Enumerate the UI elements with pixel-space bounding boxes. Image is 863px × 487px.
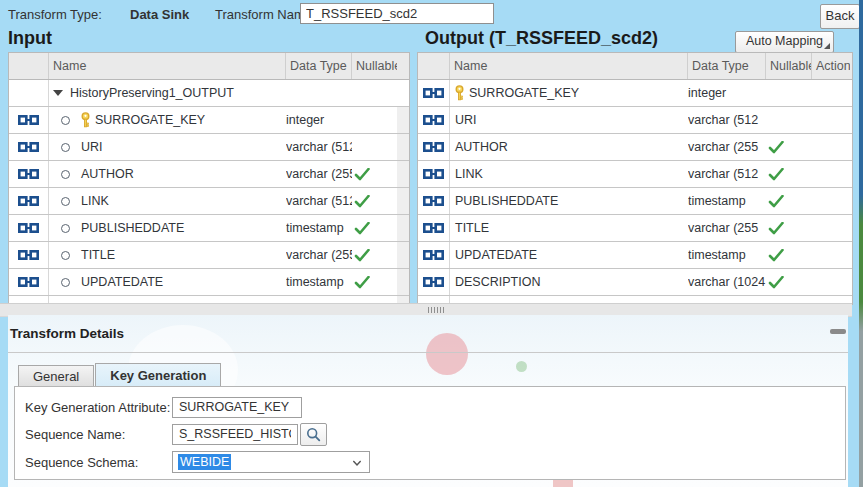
column-header-nullable: Nullable: [352, 53, 397, 79]
input-table-header: NameData TypeNullable: [9, 53, 409, 80]
nullable-cell: [766, 161, 812, 187]
sequence-search-button[interactable]: [300, 423, 327, 446]
table-row[interactable]: AUTHORvarchar (255: [9, 161, 409, 188]
transform-editor-window: Transform Type: Data Sink Transform Name…: [0, 0, 863, 487]
column-header-blank: [418, 53, 450, 79]
table-row[interactable]: SURROGATE_KEYinteger: [9, 107, 409, 134]
check-icon: [768, 222, 784, 235]
table-row[interactable]: UPDATEDATEtimestamp: [9, 269, 409, 296]
data-type-cell: varchar (512: [688, 161, 766, 187]
decorative-circle: [426, 333, 468, 375]
mapping-icon: [423, 195, 444, 207]
table-row[interactable]: SURROGATE_KEYinteger: [418, 80, 852, 107]
mapping-icon: [18, 195, 39, 207]
column-header-nullable: Nullable: [766, 53, 812, 79]
sequence-name-label: Sequence Name:: [25, 427, 172, 442]
mapping-cell: [9, 161, 49, 187]
splitter-grip-icon: [428, 307, 444, 313]
mapping-icon: [18, 141, 39, 153]
table-row[interactable]: TITLEvarchar (255: [418, 215, 852, 242]
mapping-cell: [9, 242, 49, 268]
actions-cell: [812, 134, 852, 160]
mapping-icon: [18, 276, 39, 288]
table-row[interactable]: URIvarchar (512: [418, 107, 852, 134]
check-icon: [768, 276, 784, 289]
attribute-icon: [61, 197, 70, 206]
data-type-cell: varchar (512: [688, 107, 766, 133]
column-header-data-type: Data Type: [688, 53, 766, 79]
actions-cell: [397, 107, 409, 133]
group-row[interactable]: HistoryPreserving1_OUTPUT: [9, 80, 409, 107]
nullable-cell: [766, 188, 812, 214]
table-row[interactable]: PUBLISHEDDATEtimestamp: [9, 215, 409, 242]
column-name-cell: PUBLISHEDDATE: [450, 188, 688, 214]
table-row[interactable]: DESCRIPTIONvarchar (1024: [418, 269, 852, 296]
check-icon: [768, 168, 784, 181]
mapping-cell: [418, 80, 450, 106]
actions-cell: [812, 269, 852, 295]
attribute-icon: [61, 170, 70, 179]
attribute-name: URI: [81, 140, 103, 154]
output-table[interactable]: NameData TypeNullableActions SURROGATE_K…: [417, 52, 853, 305]
actions-cell: [397, 215, 409, 241]
back-button[interactable]: Back: [820, 4, 860, 29]
top-bar: Transform Type: Data Sink Transform Name…: [0, 0, 863, 28]
table-row[interactable]: URIvarchar (512: [9, 134, 409, 161]
collapse-caret-icon[interactable]: [53, 90, 63, 96]
group-name: HistoryPreserving1_OUTPUT: [70, 86, 234, 100]
mapping-cell: [418, 188, 450, 214]
column-header-actions: Actions: [812, 53, 850, 79]
mapping-cell: [418, 134, 450, 160]
check-icon: [768, 195, 784, 208]
attribute-icon: [61, 143, 70, 152]
nullable-cell: [352, 161, 397, 187]
check-icon: [354, 249, 370, 262]
attribute-name: PUBLISHEDDATE: [455, 194, 558, 208]
key-generation-groupbox: Key Generation Attribute: Sequence Name:…: [14, 386, 846, 480]
table-row[interactable]: TITLEvarchar (255: [9, 242, 409, 269]
nullable-cell: [766, 242, 812, 268]
table-row[interactable]: LINKvarchar (512: [418, 161, 852, 188]
column-name-cell: UPDATEDATE: [49, 269, 286, 295]
auto-mapping-button[interactable]: Auto Mapping: [735, 31, 834, 53]
panel-collapse-handle[interactable]: [830, 329, 846, 334]
actions-cell: [812, 215, 852, 241]
column-name-cell: TITLE: [450, 215, 688, 241]
mapping-icon: [423, 87, 444, 99]
attribute-name: DESCRIPTION: [455, 275, 540, 289]
group-name-cell: HistoryPreserving1_OUTPUT: [49, 80, 408, 106]
mapping-cell: [418, 161, 450, 187]
mapping-icon: [18, 168, 39, 180]
tab-general[interactable]: General: [18, 365, 94, 387]
column-name-cell: PUBLISHEDDATE: [49, 215, 286, 241]
table-row[interactable]: LINKvarchar (512: [9, 188, 409, 215]
column-name-cell: URI: [450, 107, 688, 133]
column-name-cell: AUTHOR: [49, 161, 286, 187]
mapping-icon: [423, 276, 444, 288]
input-table[interactable]: NameData TypeNullable HistoryPreserving1…: [8, 52, 410, 305]
table-row[interactable]: PUBLISHEDDATEtimestamp: [418, 188, 852, 215]
search-icon: [306, 427, 321, 442]
tab-key-generation[interactable]: Key Generation: [95, 363, 221, 387]
nullable-cell: [352, 215, 397, 241]
actions-cell: [397, 242, 409, 268]
nullable-cell: [352, 107, 397, 133]
data-type-cell: integer: [688, 80, 766, 106]
mapping-icon: [423, 168, 444, 180]
attribute-name: TITLE: [81, 248, 115, 262]
data-type-cell: varchar (512: [286, 188, 352, 214]
actions-cell: [397, 269, 409, 295]
menu-corner-icon: [824, 43, 830, 49]
column-name-cell: DESCRIPTION: [450, 269, 688, 295]
nullable-cell: [352, 242, 397, 268]
actions-cell: [812, 107, 852, 133]
transform-details-panel: Transform Details GeneralKey Generation …: [8, 315, 848, 487]
table-row[interactable]: UPDATEDATEtimestamp: [418, 242, 852, 269]
column-name-cell: SURROGATE_KEY: [450, 80, 688, 106]
table-row[interactable]: AUTHORvarchar (255: [418, 134, 852, 161]
sequence-name-input[interactable]: [172, 424, 298, 445]
transform-name-input[interactable]: [300, 3, 494, 24]
sequence-schema-select[interactable]: WEBIDE: [172, 451, 370, 473]
sequence-schema-label: Sequence Schema:: [25, 455, 172, 470]
key-attribute-input[interactable]: [172, 397, 302, 418]
